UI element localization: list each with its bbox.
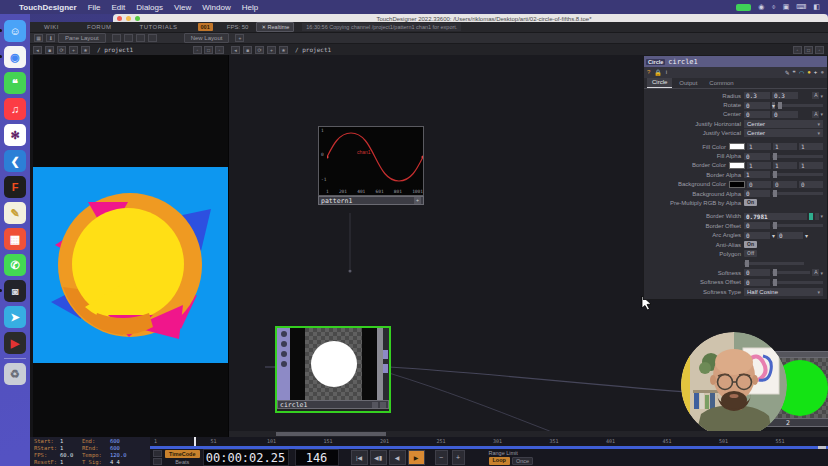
- whatsapp-icon[interactable]: ✆: [4, 254, 26, 276]
- play-button[interactable]: ▶: [408, 450, 425, 465]
- loop-button[interactable]: Loop: [489, 457, 510, 465]
- menu-item-edit[interactable]: Edit: [112, 3, 126, 12]
- tab-output[interactable]: Output: [674, 79, 702, 88]
- param-menu[interactable]: Half Cosine▾: [744, 288, 823, 296]
- left-pane-path[interactable]: / project1: [97, 46, 133, 53]
- pane-split-circle-icon[interactable]: ◦: [193, 46, 202, 54]
- timeline-field-value[interactable]: 1: [60, 445, 82, 452]
- tab-common[interactable]: Common: [704, 79, 738, 88]
- color-swatch[interactable]: [729, 143, 745, 150]
- once-button[interactable]: Once: [512, 457, 533, 465]
- timeline-option-button[interactable]: [153, 450, 162, 457]
- node-mini-button[interactable]: [380, 402, 386, 408]
- timeline-field-value[interactable]: 60.0: [60, 452, 82, 459]
- toggle-on[interactable]: On: [744, 241, 757, 248]
- figma-icon[interactable]: F: [4, 176, 26, 198]
- timeline-field-value[interactable]: 1: [60, 459, 82, 466]
- playhead[interactable]: [194, 437, 196, 446]
- param-field[interactable]: 0: [747, 181, 771, 188]
- bypass-icon[interactable]: ●: [820, 69, 824, 76]
- param-field[interactable]: 0.3: [744, 92, 770, 99]
- menu-item-window[interactable]: Window: [202, 3, 230, 12]
- refresh-icon[interactable]: ⟳: [57, 46, 66, 54]
- new-layout-plus-button[interactable]: +: [235, 34, 244, 42]
- screen-mirroring-icon[interactable]: ◉: [758, 3, 764, 11]
- pattern1-node[interactable]: 1 0 -1 chan1 12014016018011001 pattern1 …: [318, 126, 424, 206]
- pane-layout-button[interactable]: Pane Layout: [58, 33, 106, 43]
- calendar-icon[interactable]: ▦: [4, 228, 26, 250]
- new-layout-button[interactable]: New Layout: [184, 33, 230, 43]
- wiki-link[interactable]: WIKI: [44, 24, 59, 30]
- slider-thumb[interactable]: [773, 171, 777, 178]
- lock-flag-icon[interactable]: [281, 361, 287, 367]
- touchdesigner-icon[interactable]: ◙: [4, 280, 26, 302]
- timeline-field-value[interactable]: 120.0: [110, 452, 140, 459]
- param-field[interactable]: 0: [744, 102, 770, 109]
- timeline-field-value[interactable]: 600: [110, 438, 140, 445]
- live-app-icon[interactable]: ▶: [4, 332, 26, 354]
- telegram-icon[interactable]: ➤: [4, 306, 26, 328]
- param-field[interactable]: 0.3: [772, 92, 798, 99]
- play-reverse-button[interactable]: ◀: [389, 450, 406, 465]
- timeline-option-button[interactable]: [153, 458, 162, 465]
- layout-preset-3[interactable]: [136, 34, 145, 42]
- unit-menu[interactable]: A: [812, 92, 819, 99]
- node-output-connector[interactable]: [383, 350, 388, 359]
- param-field[interactable]: 1: [747, 143, 771, 150]
- jump-start-button[interactable]: |◀: [351, 450, 368, 465]
- pane-split-circle-icon[interactable]: ◦: [793, 46, 802, 54]
- pane-maximize-icon[interactable]: □: [204, 46, 213, 54]
- arc-box[interactable]: ▾: [772, 232, 775, 239]
- param-field[interactable]: 0: [799, 181, 823, 188]
- unit-menu[interactable]: [815, 213, 819, 220]
- add-icon[interactable]: +: [69, 46, 78, 54]
- realtime-toggle[interactable]: ✕ Realtime: [256, 22, 294, 32]
- param-field[interactable]: 0: [744, 190, 770, 197]
- param-field[interactable]: 1: [744, 171, 770, 178]
- comment-icon[interactable]: ❞: [793, 69, 796, 76]
- top-viewer-pane[interactable]: [33, 55, 228, 437]
- timeline-zoom-out-button[interactable]: −: [435, 450, 448, 465]
- param-field[interactable]: 0: [773, 181, 797, 188]
- clone-flag-icon[interactable]: [281, 341, 287, 347]
- unit-menu[interactable]: A: [812, 111, 819, 118]
- color-swatch[interactable]: [729, 162, 745, 169]
- param-field[interactable]: 0: [744, 269, 770, 276]
- network-pane-path[interactable]: / project1: [295, 46, 331, 53]
- node-expand-icon[interactable]: +: [414, 197, 421, 204]
- param-field[interactable]: 1: [773, 162, 797, 169]
- color-swatch[interactable]: [729, 181, 745, 188]
- timeline-ruler[interactable]: 151101151201251301351401451501551: [150, 437, 828, 446]
- menu-item-file[interactable]: File: [88, 3, 101, 12]
- timeline-field-value[interactable]: 600: [110, 445, 140, 452]
- slack-icon[interactable]: ✻: [4, 124, 26, 146]
- parameter-panel-header[interactable]: Circle circle1: [644, 56, 827, 67]
- music-icon[interactable]: ♫: [4, 98, 26, 120]
- back-icon[interactable]: ◂: [33, 46, 42, 54]
- unit-menu[interactable]: A: [812, 269, 819, 276]
- param-field[interactable]: 1: [747, 162, 771, 169]
- add-icon[interactable]: +: [267, 46, 276, 54]
- slider-thumb[interactable]: [745, 260, 749, 267]
- node-output-connector[interactable]: [383, 364, 388, 373]
- refresh-icon[interactable]: ⟳: [255, 46, 264, 54]
- globe-icon[interactable]: ⌽: [771, 3, 775, 11]
- bypass-flag-icon[interactable]: [281, 351, 287, 357]
- slider-thumb[interactable]: [773, 269, 777, 276]
- step-back-button[interactable]: ◀▮: [370, 450, 387, 465]
- hscroll-thumb[interactable]: [276, 432, 386, 436]
- minimize-window-button[interactable]: [126, 16, 131, 21]
- forum-link[interactable]: FORUM: [87, 24, 112, 30]
- node-mini-button[interactable]: [372, 402, 378, 408]
- flag-box[interactable]: ▾: [772, 102, 775, 109]
- pane-maximize-icon[interactable]: □: [804, 46, 813, 54]
- layout-preset-2[interactable]: [124, 34, 133, 42]
- param-slider[interactable]: [772, 155, 823, 158]
- param-menu[interactable]: Center▾: [744, 120, 823, 128]
- save-icon[interactable]: ⬇: [46, 34, 55, 42]
- arc-box[interactable]: ▾: [805, 232, 808, 239]
- pane-close-icon[interactable]: ◦: [215, 46, 224, 54]
- param-field[interactable]: 1: [799, 143, 823, 150]
- viewer-flag-icon[interactable]: [281, 331, 287, 337]
- circle1-name-bar[interactable]: circle1: [277, 400, 389, 409]
